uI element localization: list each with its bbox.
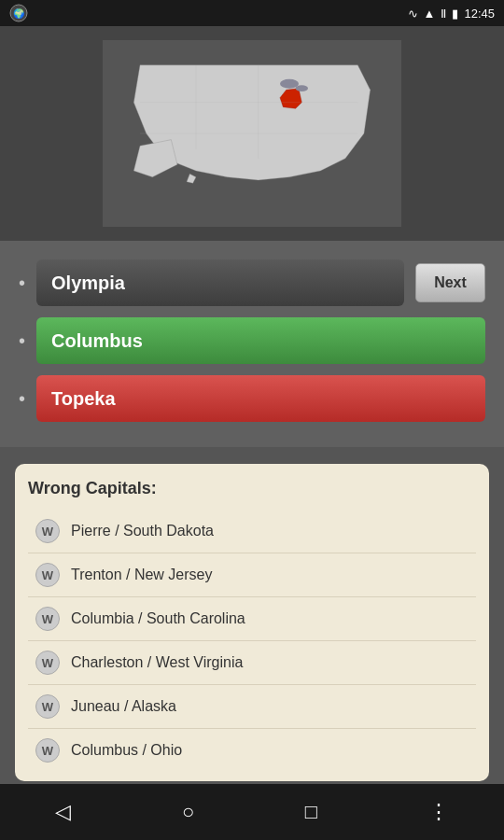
wrong-item-trenton[interactable]: W Trenton / New Jersey [28,553,476,597]
wrong-item-charleston[interactable]: W Charleston / West Virginia [28,641,476,685]
option-row-topeka: • Topeka [19,375,485,422]
wiki-icon-columbia: W [35,607,60,631]
wiki-icon-pierre: W [35,519,60,543]
status-bar: 🌍 ∿ ▲ Ⅱ ▮ 12:45 [0,0,504,26]
wrong-text-trenton: Trenton / New Jersey [71,567,212,583]
recents-button[interactable]: □ [305,800,317,824]
great-lakes [280,79,299,89]
option-olympia[interactable]: Olympia [36,259,404,306]
bluetooth-icon: ∿ [408,7,418,21]
wrong-item-juneau[interactable]: W Juneau / Alaska [28,685,476,729]
option-columbus[interactable]: Columbus [36,317,485,364]
us-map [28,40,476,227]
wrong-capitals-box: Wrong Capitals: W Pierre / South Dakota … [15,464,489,781]
wrong-item-columbia[interactable]: W Columbia / South Carolina [28,597,476,641]
wrong-text-columbus-ohio: Columbus / Ohio [71,742,182,759]
home-button[interactable]: ○ [182,800,194,824]
option-row-columbus: • Columbus [19,317,485,364]
app-icon-area: 🌍 [9,4,28,22]
bullet-3: • [19,388,25,410]
option-row-olympia: • Olympia Next [19,259,485,306]
wiki-icon-trenton: W [35,563,60,587]
wrong-item-columbus-ohio[interactable]: W Columbus / Ohio [28,729,476,772]
wrong-text-pierre: Pierre / South Dakota [71,523,214,539]
nav-bar: ◁ ○ □ ⋮ [0,784,504,840]
app-icon: 🌍 [9,4,28,22]
wrong-text-juneau: Juneau / Alaska [71,698,176,715]
signal-icon: Ⅱ [441,7,446,21]
map-container [0,26,504,241]
battery-icon: ▮ [452,7,458,21]
svg-text:🌍: 🌍 [13,7,25,20]
bullet-2: • [19,330,25,352]
wifi-icon: ▲ [424,7,436,21]
option-topeka[interactable]: Topeka [36,375,485,422]
wiki-icon-juneau: W [35,694,60,719]
wiki-icon-charleston: W [35,651,60,675]
main-content: • Olympia Next • Columbus • Topeka [0,241,504,447]
wrong-capitals-title: Wrong Capitals: [28,479,476,498]
back-button[interactable]: ◁ [55,800,71,824]
bullet-1: • [19,273,25,294]
time-display: 12:45 [464,7,495,21]
us-map-svg [28,40,476,227]
wrong-text-charleston: Charleston / West Virginia [71,654,243,671]
wrong-item-pierre[interactable]: W Pierre / South Dakota [28,510,476,553]
menu-button[interactable]: ⋮ [428,800,449,824]
wiki-icon-columbus-ohio: W [35,738,60,763]
next-button[interactable]: Next [415,263,485,302]
wrong-text-columbia: Columbia / South Carolina [71,610,245,627]
status-icons: ∿ ▲ Ⅱ ▮ 12:45 [408,7,495,21]
great-lakes2 [296,85,308,91]
